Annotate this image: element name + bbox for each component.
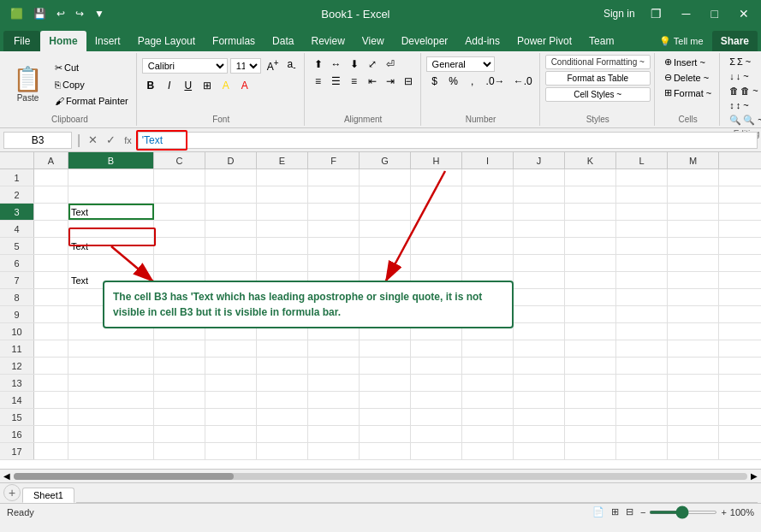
- cell-g15[interactable]: [360, 409, 411, 425]
- zoom-in-btn[interactable]: +: [721, 507, 726, 517]
- cell-k1[interactable]: [565, 169, 616, 186]
- cell-l12[interactable]: [616, 358, 668, 374]
- cell-i14[interactable]: [462, 392, 514, 408]
- cell-i3[interactable]: [462, 204, 514, 220]
- cell-h4[interactable]: [411, 221, 462, 237]
- cell-a16[interactable]: [34, 426, 68, 442]
- cell-m15[interactable]: [668, 409, 719, 425]
- fill-button[interactable]: ↓ ↓ ~: [725, 69, 761, 83]
- cell-a6[interactable]: [34, 255, 68, 271]
- zoom-slider[interactable]: [649, 511, 717, 514]
- cell-l14[interactable]: [616, 392, 668, 408]
- cell-l4[interactable]: [616, 221, 668, 237]
- cell-m3[interactable]: [668, 204, 719, 220]
- row-num-7[interactable]: 7: [0, 272, 34, 288]
- font-color-button[interactable]: A: [236, 78, 253, 93]
- align-center-button[interactable]: ☰: [328, 74, 345, 89]
- cell-k2[interactable]: [565, 186, 616, 203]
- tab-team[interactable]: Team: [580, 31, 622, 51]
- tab-powerpivot[interactable]: Power Pivot: [508, 31, 580, 51]
- cell-e15[interactable]: [257, 409, 308, 425]
- cell-f1[interactable]: [308, 169, 360, 186]
- cell-i15[interactable]: [462, 409, 514, 425]
- cell-a1[interactable]: [34, 169, 68, 186]
- confirm-formula-button[interactable]: ✓: [104, 133, 118, 147]
- cell-a7[interactable]: [34, 272, 68, 288]
- comma-button[interactable]: ,: [464, 74, 481, 89]
- row-num-6[interactable]: 6: [0, 255, 34, 271]
- col-header-c[interactable]: C: [154, 152, 205, 168]
- align-middle-button[interactable]: ↔: [328, 56, 345, 72]
- cell-c11[interactable]: [154, 340, 205, 357]
- row-num-12[interactable]: 12: [0, 358, 34, 374]
- tab-addins[interactable]: Add-ins: [456, 31, 508, 51]
- cell-h12[interactable]: [411, 358, 462, 374]
- scrollbar-thumb[interactable]: [14, 473, 234, 480]
- col-header-e[interactable]: E: [257, 152, 308, 168]
- fill-color-button[interactable]: A: [217, 78, 235, 93]
- clear-button[interactable]: 🗑 🗑 ~: [725, 84, 761, 98]
- font-size-select[interactable]: 11: [230, 58, 261, 74]
- tab-view[interactable]: View: [354, 31, 393, 51]
- cell-g6[interactable]: [360, 255, 411, 271]
- cell-a10[interactable]: [34, 323, 68, 340]
- layout-view-btn[interactable]: ⊞: [611, 506, 619, 517]
- cell-i17[interactable]: [462, 443, 514, 459]
- cell-c15[interactable]: [154, 409, 205, 425]
- cell-d13[interactable]: [205, 375, 257, 391]
- cell-b6[interactable]: [68, 255, 154, 271]
- format-as-table-button[interactable]: Format as Table: [545, 71, 651, 86]
- cell-e11[interactable]: [257, 340, 308, 357]
- cell-d15[interactable]: [205, 409, 257, 425]
- name-box[interactable]: [3, 132, 72, 149]
- cell-g16[interactable]: [360, 426, 411, 442]
- align-top-button[interactable]: ⬆: [310, 56, 327, 72]
- orientation-button[interactable]: ⤢: [364, 56, 381, 72]
- cell-g12[interactable]: [360, 358, 411, 374]
- cell-j1[interactable]: [514, 169, 565, 186]
- col-header-f[interactable]: F: [308, 152, 360, 168]
- cell-a3[interactable]: [34, 204, 68, 220]
- cell-i11[interactable]: [462, 340, 514, 357]
- cell-b3[interactable]: Text: [68, 204, 154, 220]
- cell-h3[interactable]: [411, 204, 462, 220]
- cell-l16[interactable]: [616, 426, 668, 442]
- cell-g5[interactable]: [360, 238, 411, 254]
- cell-f14[interactable]: [308, 392, 360, 408]
- cell-d6[interactable]: [205, 255, 257, 271]
- cell-g17[interactable]: [360, 443, 411, 459]
- number-format-select[interactable]: General: [426, 56, 495, 72]
- cell-k16[interactable]: [565, 426, 616, 442]
- page-view-btn[interactable]: 📄: [592, 506, 604, 517]
- row-num-1[interactable]: 1: [0, 169, 34, 186]
- tab-formulas[interactable]: Formulas: [204, 31, 264, 51]
- col-header-a[interactable]: A: [34, 152, 68, 168]
- cell-a11[interactable]: [34, 340, 68, 357]
- cell-m5[interactable]: [668, 238, 719, 254]
- percent-button[interactable]: %: [445, 74, 462, 89]
- cell-m16[interactable]: [668, 426, 719, 442]
- cell-d4[interactable]: [205, 221, 257, 237]
- cell-m12[interactable]: [668, 358, 719, 374]
- cell-a14[interactable]: [34, 392, 68, 408]
- cell-f3[interactable]: [308, 204, 360, 220]
- cell-m10[interactable]: [668, 323, 719, 340]
- cell-d5[interactable]: [205, 238, 257, 254]
- cell-d11[interactable]: [205, 340, 257, 357]
- cell-j13[interactable]: [514, 375, 565, 391]
- increase-decimal-button[interactable]: .0→: [483, 74, 508, 89]
- bold-button[interactable]: B: [142, 78, 159, 93]
- sign-in-btn[interactable]: Sign in: [603, 8, 635, 20]
- row-num-13[interactable]: 13: [0, 375, 34, 391]
- tab-home[interactable]: Home: [40, 31, 86, 51]
- cell-a8[interactable]: [34, 289, 68, 305]
- increase-font-size-button[interactable]: A+: [264, 56, 282, 74]
- customize-btn[interactable]: ▼: [91, 6, 108, 21]
- align-left-button[interactable]: ≡: [310, 74, 327, 89]
- maximize-btn[interactable]: □: [706, 5, 723, 22]
- cell-l15[interactable]: [616, 409, 668, 425]
- scroll-right-btn[interactable]: ▶: [751, 471, 758, 481]
- cell-b2[interactable]: [68, 186, 154, 203]
- scrollbar-track[interactable]: [14, 473, 747, 480]
- cell-l2[interactable]: [616, 186, 668, 203]
